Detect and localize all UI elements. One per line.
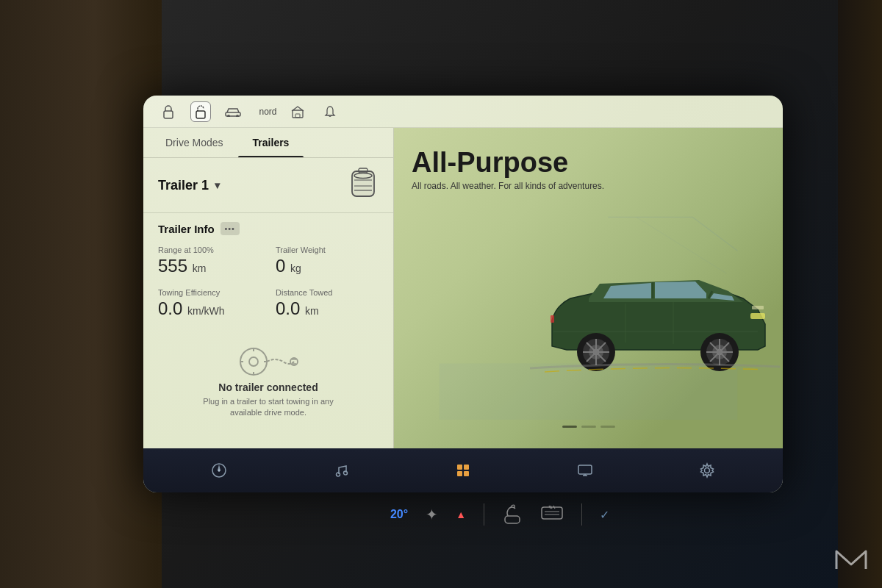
tab-drive-modes[interactable]: Drive Modes bbox=[151, 128, 238, 157]
home-icon[interactable] bbox=[287, 101, 308, 122]
stat-range-label: Range at 100% bbox=[158, 245, 261, 254]
gear-icon[interactable] bbox=[696, 459, 718, 481]
trailer-plug-icon bbox=[235, 341, 301, 381]
chevron-down-icon: ▾ bbox=[215, 179, 220, 191]
no-trailer-section: No trailer connected Plug in a trailer t… bbox=[158, 326, 379, 434]
svg-point-36 bbox=[218, 470, 220, 472]
svg-rect-7 bbox=[295, 114, 300, 118]
svg-rect-39 bbox=[457, 465, 462, 470]
trailer-info-header: Trailer Info ••• bbox=[158, 222, 379, 235]
stat-distance-label: Distance Towed bbox=[276, 288, 379, 297]
stat-efficiency-value: 0.0 km/kWh bbox=[158, 298, 261, 319]
svg-rect-40 bbox=[464, 465, 469, 470]
no-trailer-title: No trailer connected bbox=[218, 381, 318, 393]
stat-efficiency-label: Towing Efficiency bbox=[158, 288, 261, 297]
top-nav: nord bbox=[143, 96, 783, 128]
svg-rect-18 bbox=[551, 315, 554, 323]
tab-trailers[interactable]: Trailers bbox=[238, 128, 304, 157]
trailer-title[interactable]: Trailer 1 ▾ bbox=[158, 178, 220, 193]
brand-mark bbox=[833, 544, 869, 575]
stat-range-value: 555 km bbox=[158, 256, 261, 276]
trailer-info-more-button[interactable]: ••• bbox=[220, 222, 240, 235]
trailer-icon bbox=[348, 167, 379, 204]
svg-point-3 bbox=[227, 115, 230, 117]
screen-icon[interactable] bbox=[574, 459, 596, 481]
navigation-icon[interactable] bbox=[208, 459, 230, 481]
music-icon[interactable] bbox=[330, 459, 352, 481]
temp-up-button[interactable]: ▲ bbox=[456, 509, 466, 520]
svg-point-44 bbox=[705, 468, 710, 473]
lock-icon[interactable] bbox=[158, 101, 179, 122]
car-illustration bbox=[530, 251, 780, 412]
svg-point-37 bbox=[337, 473, 340, 476]
stat-distance-value: 0.0 km bbox=[276, 298, 379, 319]
bell-icon[interactable] bbox=[320, 101, 340, 122]
unlock-icon[interactable] bbox=[190, 101, 211, 122]
svg-rect-46 bbox=[542, 507, 562, 519]
check-icon[interactable]: ✓ bbox=[600, 508, 609, 522]
fan-icon[interactable]: ✦ bbox=[426, 506, 438, 523]
svg-rect-43 bbox=[578, 465, 592, 474]
all-purpose-title: All-Purpose bbox=[412, 148, 765, 176]
stat-weight-label: Trailer Weight bbox=[276, 245, 379, 254]
stat-weight: Trailer Weight 0 kg bbox=[276, 245, 379, 276]
pagination-dot-1[interactable] bbox=[562, 426, 577, 428]
trailer-info-title: Trailer Info bbox=[158, 223, 215, 235]
svg-rect-16 bbox=[750, 313, 765, 319]
rear-defrost-icon[interactable] bbox=[540, 504, 564, 526]
svg-rect-42 bbox=[464, 471, 469, 476]
svg-rect-45 bbox=[505, 516, 520, 523]
seat-heat-icon[interactable] bbox=[502, 501, 523, 528]
svg-point-12 bbox=[249, 357, 258, 366]
svg-rect-17 bbox=[752, 306, 764, 309]
stat-weight-value: 0 kg bbox=[276, 256, 379, 276]
right-panel-content: All-Purpose All roads. All weather. For … bbox=[394, 128, 783, 448]
stat-efficiency: Towing Efficiency 0.0 km/kWh bbox=[158, 288, 261, 319]
svg-point-38 bbox=[344, 471, 348, 475]
svg-point-11 bbox=[240, 348, 267, 375]
stats-grid: Range at 100% 555 km Trailer Weight bbox=[158, 245, 379, 319]
screen: nord bbox=[143, 96, 783, 492]
main-content: Drive Modes Trailers Trailer 1 ▾ bbox=[143, 128, 783, 448]
right-panel: All-Purpose All roads. All weather. For … bbox=[394, 128, 783, 448]
svg-point-4 bbox=[236, 115, 239, 117]
user-icon[interactable]: nord bbox=[255, 101, 276, 122]
user-name-label: nord bbox=[259, 107, 276, 117]
pagination-dot-2[interactable] bbox=[581, 426, 596, 428]
trailer-info-section: Trailer Info ••• Range at 100% 55 bbox=[143, 213, 393, 448]
stat-range: Range at 100% 555 km bbox=[158, 245, 261, 276]
outer-frame: nord bbox=[0, 0, 882, 588]
left-panel: Drive Modes Trailers Trailer 1 ▾ bbox=[143, 128, 393, 448]
no-trailer-description: Plug in a trailer to start towing in any… bbox=[195, 396, 342, 419]
svg-rect-41 bbox=[457, 471, 462, 476]
svg-rect-0 bbox=[164, 111, 173, 118]
all-purpose-subtitle: All roads. All weather. For all kinds of… bbox=[412, 181, 765, 191]
pagination-dots bbox=[412, 420, 765, 434]
stat-distance: Distance Towed 0.0 km bbox=[276, 288, 379, 319]
screen-wrapper: nord bbox=[143, 96, 783, 492]
temp-display: 20° bbox=[390, 508, 408, 521]
apps-icon[interactable] bbox=[452, 459, 474, 481]
svg-rect-1 bbox=[196, 111, 205, 118]
car-image-area bbox=[412, 206, 765, 420]
car-icon[interactable] bbox=[223, 101, 243, 122]
pagination-dot-3[interactable] bbox=[600, 426, 615, 428]
tabs-container: Drive Modes Trailers bbox=[143, 128, 393, 158]
trailer-selector[interactable]: Trailer 1 ▾ bbox=[143, 158, 393, 213]
